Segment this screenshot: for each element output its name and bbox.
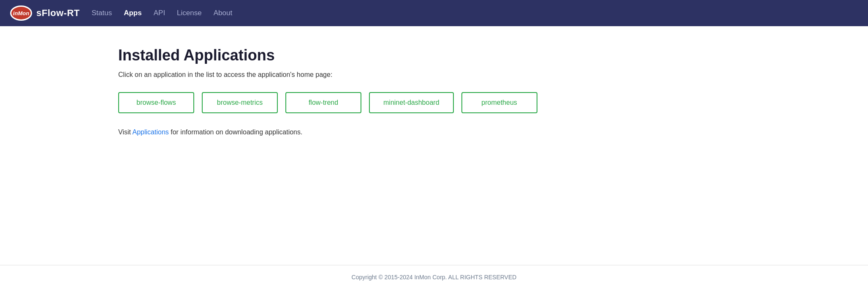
page-title: Installed Applications bbox=[118, 46, 750, 64]
logo-text: inMon bbox=[13, 10, 29, 16]
visit-prefix: Visit bbox=[118, 128, 133, 136]
visit-suffix: for information on downloading applicati… bbox=[169, 128, 303, 136]
navbar: inMon sFlow-RT StatusAppsAPILicenseAbout bbox=[0, 0, 868, 26]
logo-icon: inMon bbox=[10, 5, 32, 21]
app-button-browse-metrics[interactable]: browse-metrics bbox=[202, 92, 278, 113]
app-button-mininet-dashboard[interactable]: mininet-dashboard bbox=[369, 92, 454, 113]
copyright-text: Copyright © 2015-2024 InMon Corp. ALL RI… bbox=[352, 274, 517, 281]
main-content: Installed Applications Click on an appli… bbox=[0, 26, 868, 265]
nav-link-status[interactable]: Status bbox=[92, 9, 112, 17]
app-button-flow-trend[interactable]: flow-trend bbox=[285, 92, 361, 113]
footer: Copyright © 2015-2024 InMon Corp. ALL RI… bbox=[0, 265, 868, 289]
applications-link[interactable]: Applications bbox=[133, 128, 169, 136]
logo-wrapper: inMon sFlow-RT bbox=[10, 5, 80, 21]
nav-link-api[interactable]: API bbox=[154, 9, 165, 17]
nav-link-about[interactable]: About bbox=[214, 9, 232, 17]
nav-links: StatusAppsAPILicenseAbout bbox=[92, 9, 232, 17]
nav-link-apps[interactable]: Apps bbox=[124, 9, 142, 17]
app-button-browse-flows[interactable]: browse-flows bbox=[118, 92, 194, 113]
app-button-prometheus[interactable]: prometheus bbox=[461, 92, 537, 113]
app-title: sFlow-RT bbox=[36, 8, 80, 19]
page-description: Click on an application in the list to a… bbox=[118, 71, 750, 79]
nav-link-license[interactable]: License bbox=[177, 9, 202, 17]
app-buttons-container: browse-flowsbrowse-metricsflow-trendmini… bbox=[118, 92, 750, 113]
visit-text: Visit Applications for information on do… bbox=[118, 128, 750, 136]
